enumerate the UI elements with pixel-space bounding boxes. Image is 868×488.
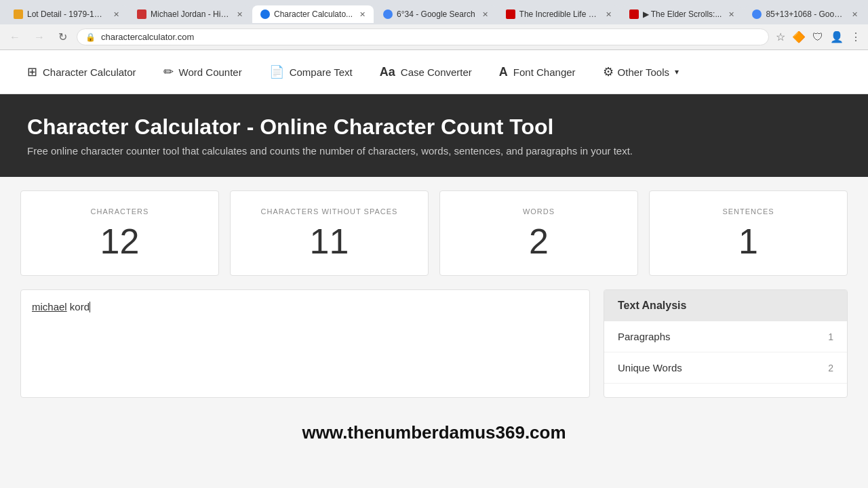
- text-analysis-panel: Text Analysis Paragraphs 1 Unique Words …: [604, 289, 848, 398]
- tab-1-title: Lot Detail - 1979-196...: [27, 9, 106, 19]
- main-area: michael kord Text Analysis Paragraphs 1 …: [0, 289, 868, 411]
- tab-bar: Lot Detail - 1979-196... ✕ Michael Jorda…: [0, 0, 868, 24]
- tab-3[interactable]: Character Calculato... ✕: [252, 5, 374, 23]
- stat-card-words: WORDS 2: [439, 190, 638, 276]
- url-text: charactercalculator.com: [101, 32, 760, 42]
- tab-2-title: Michael Jordan - Hig...: [151, 9, 230, 19]
- analysis-label-unique-words: Unique Words: [618, 362, 828, 373]
- tab-3-close[interactable]: ✕: [359, 10, 366, 19]
- tab-5[interactable]: The Incredible Life of... ✕: [498, 5, 620, 23]
- text-cursor: [90, 302, 90, 312]
- stat-label-words: WORDS: [523, 207, 555, 216]
- analysis-label-paragraphs: Paragraphs: [618, 331, 828, 342]
- text-content: michael kord: [32, 301, 90, 312]
- tab-6-favicon: [629, 9, 639, 19]
- stat-label-sentences: SENTENCES: [722, 207, 774, 216]
- nav-case-converter[interactable]: Aa Case Converter: [366, 50, 486, 94]
- word-michael: michael: [32, 301, 67, 312]
- nav-other-tools[interactable]: ⚙ Other Tools ▾: [589, 50, 692, 94]
- hero-section: Character Calculator - Online Character …: [0, 94, 868, 177]
- tab-2-close[interactable]: ✕: [237, 10, 243, 19]
- tab-5-close[interactable]: ✕: [606, 10, 612, 19]
- stat-value-words: 2: [529, 224, 549, 259]
- nav-word-counter[interactable]: ✏ Word Counter: [150, 50, 256, 94]
- hero-subtitle: Free online character counter tool that …: [27, 145, 841, 157]
- text-input-area[interactable]: michael kord: [20, 289, 590, 398]
- analysis-value-unique-words: 2: [828, 363, 833, 373]
- stat-card-chars-no-spaces: CHARACTERS WITHOUT SPACES 11: [230, 190, 429, 276]
- nav-compare-text[interactable]: 📄 Compare Text: [256, 50, 366, 94]
- site-nav: ⊞ Character Calculator ✏ Word Counter 📄 …: [0, 50, 868, 94]
- stat-label-chars-no-spaces: CHARACTERS WITHOUT SPACES: [261, 207, 398, 216]
- document-icon: 📄: [269, 64, 284, 79]
- forward-button[interactable]: →: [30, 30, 49, 45]
- tab-4[interactable]: 6°34 - Google Search ✕: [375, 5, 496, 23]
- tab-7-favicon: [752, 9, 762, 19]
- nav-other-tools-label: Other Tools: [618, 66, 669, 78]
- hero-title: Character Calculator - Online Character …: [27, 115, 841, 140]
- nav-compare-text-label: Compare Text: [290, 66, 353, 78]
- tab-5-title: The Incredible Life of...: [519, 9, 599, 19]
- profile-icon[interactable]: 👤: [829, 29, 845, 45]
- tab-3-title: Character Calculato...: [274, 9, 353, 19]
- lock-icon: 🔒: [85, 33, 96, 42]
- nav-font-changer-label: Font Changer: [513, 66, 576, 78]
- nav-font-changer[interactable]: A Font Changer: [486, 50, 589, 94]
- word-kord: kord: [70, 301, 90, 312]
- stat-label-characters: CHARACTERS: [91, 207, 149, 216]
- chevron-down-icon: ▾: [675, 67, 679, 77]
- calculator-icon: ⊞: [27, 64, 37, 79]
- tab-7[interactable]: 85+13+1068 - Googl... ✕: [744, 5, 866, 23]
- reload-button[interactable]: ↻: [54, 29, 71, 45]
- browser-chrome: Lot Detail - 1979-196... ✕ Michael Jorda…: [0, 0, 868, 50]
- font-icon: A: [499, 65, 508, 79]
- stat-card-sentences: SENTENCES 1: [649, 190, 848, 276]
- stat-value-sentences: 1: [738, 224, 758, 259]
- tab-1[interactable]: Lot Detail - 1979-196... ✕: [5, 5, 127, 23]
- url-bar[interactable]: 🔒 charactercalculator.com: [77, 28, 769, 45]
- stats-row: CHARACTERS 12 CHARACTERS WITHOUT SPACES …: [0, 177, 868, 289]
- stat-card-characters: CHARACTERS 12: [20, 190, 219, 276]
- tab-4-close[interactable]: ✕: [482, 10, 488, 19]
- tab-2-favicon: [137, 9, 146, 19]
- tab-4-favicon: [383, 9, 393, 19]
- tab-7-close[interactable]: ✕: [852, 10, 858, 19]
- tab-2[interactable]: Michael Jordan - Hig... ✕: [129, 5, 251, 23]
- bookmark-icon[interactable]: ☆: [774, 29, 787, 45]
- tools-icon: ⚙: [603, 64, 614, 79]
- analysis-value-paragraphs: 1: [828, 331, 833, 342]
- nav-character-calculator-label: Character Calculator: [43, 66, 136, 78]
- menu-icon[interactable]: ⋮: [849, 29, 863, 45]
- pencil-icon: ✏: [163, 64, 174, 79]
- footer-watermark: www.thenumberdamus369.com: [0, 411, 868, 454]
- analysis-row-paragraphs: Paragraphs 1: [604, 321, 847, 352]
- analysis-row-unique-words: Unique Words 2: [604, 352, 847, 384]
- tab-7-title: 85+13+1068 - Googl...: [766, 9, 845, 19]
- nav-case-converter-label: Case Converter: [401, 66, 472, 78]
- stat-value-chars-no-spaces: 11: [310, 224, 349, 259]
- address-bar: ← → ↻ 🔒 charactercalculator.com ☆ 🔶 🛡 👤 …: [0, 24, 868, 49]
- tab-1-close[interactable]: ✕: [113, 10, 119, 19]
- case-icon: Aa: [380, 65, 395, 79]
- shield-icon[interactable]: 🛡: [811, 30, 825, 45]
- stat-value-characters: 12: [100, 224, 140, 259]
- tab-3-favicon: [260, 9, 270, 19]
- tab-4-title: 6°34 - Google Search: [397, 9, 475, 19]
- extension-icon[interactable]: 🔶: [791, 29, 807, 45]
- back-button[interactable]: ←: [5, 30, 24, 45]
- panel-header: Text Analysis: [604, 290, 847, 321]
- nav-character-calculator[interactable]: ⊞ Character Calculator: [14, 50, 150, 94]
- tab-6-close[interactable]: ✕: [728, 10, 734, 19]
- tab-6-title: ▶ The Elder Scrolls:...: [643, 9, 722, 19]
- watermark-text: www.thenumberdamus369.com: [302, 422, 566, 443]
- tab-5-favicon: [506, 9, 515, 19]
- tab-1-favicon: [14, 9, 23, 19]
- tab-6[interactable]: ▶ The Elder Scrolls:... ✕: [621, 5, 743, 23]
- address-bar-right: ☆ 🔶 🛡 👤 ⋮: [774, 29, 863, 45]
- nav-word-counter-label: Word Counter: [179, 66, 242, 78]
